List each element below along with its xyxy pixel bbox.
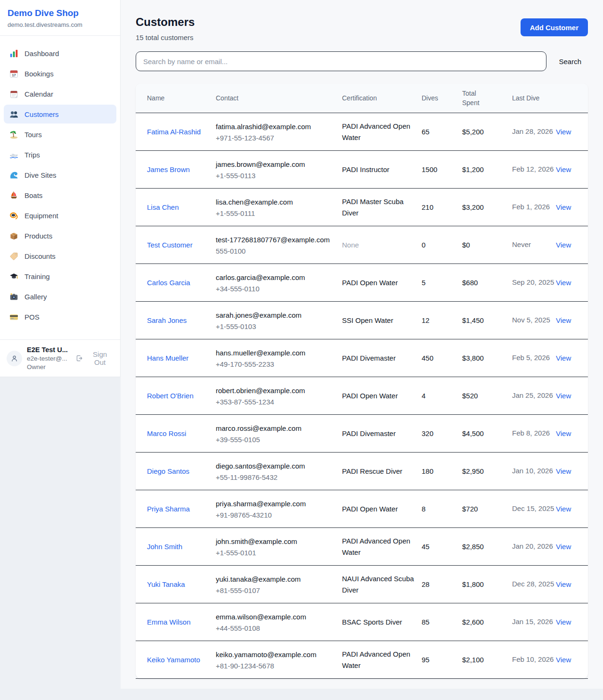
customer-certification: SSI Open Water — [342, 316, 393, 324]
table-row: Priya Sharma priya.sharma@example.com +9… — [136, 490, 588, 528]
search-input[interactable] — [136, 51, 546, 71]
view-customer-link[interactable]: View — [556, 203, 571, 211]
sidebar-item-training[interactable]: Training — [4, 267, 116, 286]
column-header-total-spent: Total Spent — [462, 84, 512, 113]
customer-count: 15 total customers — [136, 33, 195, 41]
view-customer-link[interactable]: View — [556, 354, 571, 362]
view-customer-link[interactable]: View — [556, 279, 571, 287]
customer-email: marco.rossi@example.com — [216, 423, 342, 434]
customer-name-link[interactable]: Diego Santos — [147, 466, 189, 477]
discounts-icon — [9, 252, 18, 261]
sidebar-item-calendar[interactable]: Calendar — [4, 84, 116, 103]
customers-table: Name Contact Certification Dives Total S… — [136, 83, 588, 679]
customer-name-link[interactable]: Fatima Al-Rashid — [147, 126, 201, 138]
user-name: E2E Test U... — [27, 346, 71, 354]
sidebar-header: Demo Dive Shop demo.test.divestreams.com — [0, 0, 120, 36]
customer-last-dive: Dec 15, 2025 — [512, 496, 556, 521]
table-row: Yuki Tanaka yuki.tanaka@example.com +81-… — [136, 566, 588, 603]
customer-email: carlos.garcia@example.com — [216, 272, 342, 283]
sidebar-item-label: Products — [24, 232, 52, 240]
sidebar-item-discounts[interactable]: Discounts — [4, 247, 116, 265]
sidebar-user-footer: E2E Test U... e2e-tester@... Owner Sign … — [0, 339, 120, 377]
customer-name-link[interactable]: Test Customer — [147, 239, 193, 251]
customer-certification: PADI Advanced Open Water — [342, 537, 410, 556]
table-row: Keiko Yamamoto keiko.yamamoto@example.co… — [136, 641, 588, 679]
customer-name-link[interactable]: Lisa Chen — [147, 202, 179, 213]
customer-last-dive: Feb 12, 2026 — [512, 157, 556, 182]
customer-email: robert.obrien@example.com — [216, 386, 342, 396]
view-customer-link[interactable]: View — [556, 618, 571, 626]
customer-name-link[interactable]: Emma Wilson — [147, 617, 191, 628]
customer-total-spent: $1,800 — [462, 573, 512, 595]
view-customer-link[interactable]: View — [556, 165, 571, 173]
customer-total-spent: $2,100 — [462, 649, 512, 671]
pos-icon — [9, 313, 18, 321]
customer-phone: +55-11-99876-5432 — [216, 473, 342, 481]
gallery-icon — [9, 292, 18, 301]
training-icon — [9, 272, 18, 281]
customer-email: priya.sharma@example.com — [216, 499, 342, 509]
customer-email: lisa.chen@example.com — [216, 197, 342, 207]
customer-name-link[interactable]: Robert O'Brien — [147, 390, 194, 402]
sidebar-item-trips[interactable]: Trips — [4, 145, 116, 164]
customer-name-link[interactable]: Yuki Tanaka — [147, 579, 185, 590]
view-customer-link[interactable]: View — [556, 467, 571, 475]
sidebar-item-label: Customers — [24, 110, 59, 118]
customer-last-dive: Jan 20, 2026 — [512, 534, 556, 559]
sidebar-item-customers[interactable]: Customers — [4, 105, 116, 124]
sidebar-item-gallery[interactable]: Gallery — [4, 287, 116, 306]
customer-name-link[interactable]: Sarah Jones — [147, 315, 187, 326]
customer-dives: 4 — [422, 385, 462, 407]
customer-name-link[interactable]: Carlos Garcia — [147, 277, 190, 288]
sidebar-item-products[interactable]: Products — [4, 226, 116, 245]
customer-total-spent: $2,850 — [462, 535, 512, 558]
view-customer-link[interactable]: View — [556, 429, 571, 437]
table-row: John Smith john.smith@example.com +1-555… — [136, 528, 588, 566]
sidebar-item-label: Discounts — [24, 252, 56, 260]
sidebar-item-equipment[interactable]: Equipment — [4, 206, 116, 225]
user-info: E2E Test U... e2e-tester@... Owner — [27, 346, 71, 371]
view-customer-link[interactable]: View — [556, 505, 571, 513]
view-customer-link[interactable]: View — [556, 316, 571, 324]
customer-phone: +81-90-1234-5678 — [216, 662, 342, 670]
dashboard-icon — [9, 49, 18, 58]
customer-dives: 5 — [422, 272, 462, 294]
sidebar-item-label: Trips — [24, 151, 40, 159]
user-email: e2e-tester@... — [27, 355, 71, 362]
customer-name-link[interactable]: Keiko Yamamoto — [147, 654, 200, 666]
customer-certification: NAUI Advanced Scuba Diver — [342, 575, 414, 594]
sidebar-item-pos[interactable]: POS — [4, 307, 116, 326]
customer-name-link[interactable]: Hans Mueller — [147, 353, 188, 364]
customer-phone: +39-555-0105 — [216, 436, 342, 444]
customer-total-spent: $680 — [462, 272, 512, 294]
customer-dives: 320 — [422, 422, 462, 445]
customer-dives: 65 — [422, 121, 462, 143]
column-header-last-dive: Last Dive — [512, 89, 556, 107]
table-row: Test Customer test-1772681807767@example… — [136, 226, 588, 264]
view-customer-link[interactable]: View — [556, 392, 571, 400]
sidebar-item-dashboard[interactable]: Dashboard — [4, 44, 116, 63]
customer-last-dive: Nov 5, 2025 — [512, 308, 556, 333]
sidebar-item-boats[interactable]: Boats — [4, 186, 116, 205]
view-customer-link[interactable]: View — [556, 128, 571, 136]
trips-icon — [9, 150, 18, 159]
add-customer-button[interactable]: Add Customer — [521, 18, 588, 36]
customer-name-link[interactable]: Priya Sharma — [147, 503, 190, 515]
view-customer-link[interactable]: View — [556, 656, 571, 664]
calendar-icon — [9, 90, 18, 99]
sign-out-button[interactable]: Sign Out — [75, 350, 114, 366]
sidebar-item-dive-sites[interactable]: Dive Sites — [4, 165, 116, 184]
view-customer-link[interactable]: View — [556, 241, 571, 249]
page-title-block: Customers 15 total customers — [136, 16, 195, 41]
sidebar-item-bookings[interactable]: Bookings — [4, 64, 116, 83]
customer-name-link[interactable]: Marco Rossi — [147, 428, 186, 439]
sidebar-item-tours[interactable]: Tours — [4, 125, 116, 144]
sidebar-item-label: Training — [24, 272, 50, 280]
customer-total-spent: $520 — [462, 385, 512, 407]
view-customer-link[interactable]: View — [556, 580, 571, 588]
customer-name-link[interactable]: James Brown — [147, 164, 190, 175]
customer-phone: +34-555-0110 — [216, 285, 342, 293]
search-button[interactable]: Search — [559, 58, 588, 66]
view-customer-link[interactable]: View — [556, 543, 571, 551]
customer-name-link[interactable]: John Smith — [147, 541, 182, 552]
